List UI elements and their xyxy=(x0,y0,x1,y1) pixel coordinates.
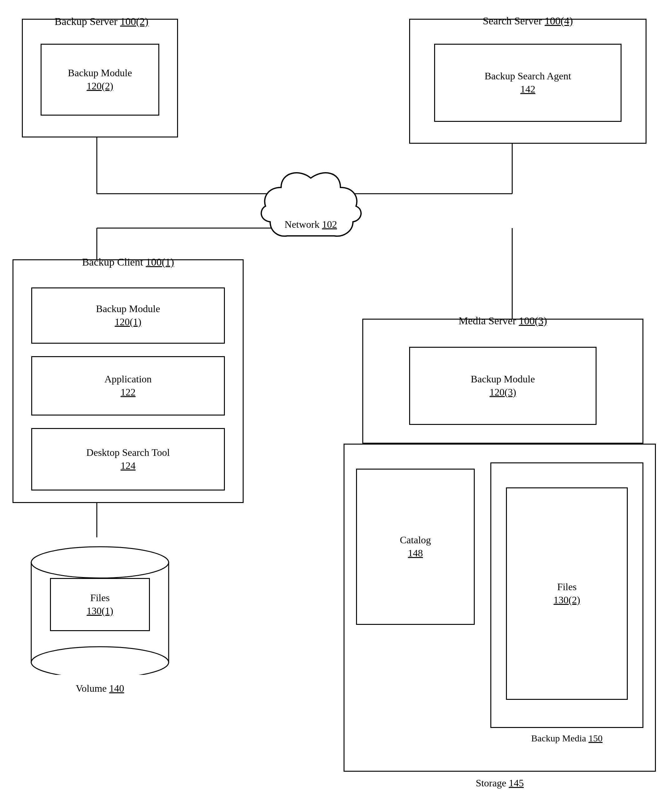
backup-client-title: Backup Client 100(1) xyxy=(16,256,240,268)
desktop-search-tool-124-label: Desktop Search Tool124 xyxy=(86,446,170,472)
search-server-title: Search Server 100(4) xyxy=(409,15,647,27)
backup-server-title: Backup Server 100(2) xyxy=(25,16,178,27)
catalog-148-box: Catalog148 xyxy=(356,468,475,625)
backup-server-title-number: 100(2) xyxy=(120,16,148,27)
backup-search-agent-label: Backup Search Agent142 xyxy=(484,70,571,96)
svg-point-10 xyxy=(31,647,169,675)
backup-module-120-3-box: Backup Module120(3) xyxy=(409,347,597,425)
backup-client-title-number: 100(1) xyxy=(146,256,174,268)
catalog-148-label: Catalog148 xyxy=(400,534,431,559)
backup-search-agent-box: Backup Search Agent142 xyxy=(434,44,622,122)
backup-module-120-2-box: Backup Module120(2) xyxy=(40,44,159,116)
files-130-1-label: Files130(1) xyxy=(86,591,113,617)
desktop-search-tool-124-box: Desktop Search Tool124 xyxy=(31,428,225,490)
backup-module-120-1-label: Backup Module120(1) xyxy=(96,302,160,329)
network-label: Network 102 xyxy=(256,219,365,230)
storage-title-number: 145 xyxy=(509,777,524,788)
files-130-2-box: Files130(2) xyxy=(506,487,628,700)
backup-module-120-2-label: Backup Module120(2) xyxy=(68,67,132,93)
svg-point-11 xyxy=(31,547,169,578)
backup-media-title: Backup Media 150 xyxy=(490,733,644,744)
files-130-2-label: Files130(2) xyxy=(553,581,580,606)
search-server-title-number: 100(4) xyxy=(545,15,573,27)
media-server-title-number: 100(3) xyxy=(519,315,547,327)
application-122-label: Application122 xyxy=(104,373,151,399)
storage-title: Storage 145 xyxy=(344,777,656,789)
network-label-number: 102 xyxy=(322,219,337,230)
files-130-1-box: Files130(1) xyxy=(50,578,150,631)
backup-media-title-number: 150 xyxy=(588,733,602,743)
volume-cylinder: Files130(1) xyxy=(28,537,172,675)
network-cloud xyxy=(256,165,365,250)
media-server-title: Media Server 100(3) xyxy=(362,315,644,327)
volume-label-number: 140 xyxy=(109,683,124,694)
application-122-box: Application122 xyxy=(31,356,225,416)
backup-module-120-3-label: Backup Module120(3) xyxy=(471,373,535,399)
volume-label: Volume 140 xyxy=(28,683,172,694)
backup-module-120-1-box: Backup Module120(1) xyxy=(31,287,225,344)
